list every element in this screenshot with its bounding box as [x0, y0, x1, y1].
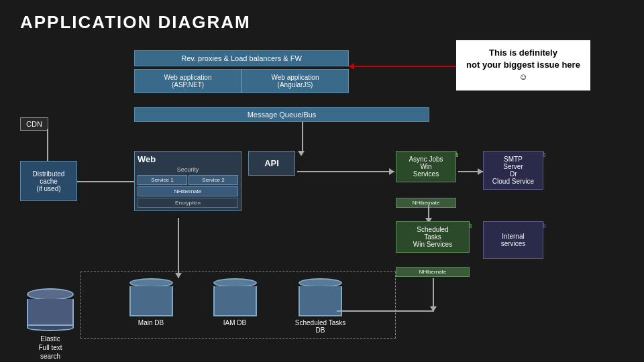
smtp-label: SMTPServerOrCloud Service	[492, 156, 534, 185]
sched-db-cylinder: Scheduled Tasks DB	[292, 278, 349, 334]
web-maindb-line	[178, 218, 179, 278]
mq-arrowhead	[298, 151, 305, 156]
iam-db-body	[213, 286, 257, 316]
main-db-body	[129, 286, 173, 316]
internal-services-box: Internalservices	[483, 221, 543, 259]
async-jobs-box: Async JobsWinServices	[396, 151, 456, 182]
api-async-arrowhead	[389, 168, 394, 175]
security-label: Security	[138, 166, 238, 173]
api-async-line	[297, 171, 394, 172]
cdn-label: CDN	[20, 117, 48, 131]
api-box: API	[248, 151, 295, 176]
web-box: Web Security Service 1 Service 2 NHibern…	[134, 151, 241, 211]
async-jobs-label: Async JobsWinServices	[409, 156, 443, 178]
smtp-box: SMTPServerOrCloud Service	[483, 151, 543, 190]
scheduled-tasks-label: ScheduledTasksWin Services	[413, 226, 452, 248]
main-db-label: Main DB	[138, 319, 164, 326]
service1-btn: Service 1	[138, 175, 187, 185]
nhibernate-sched-box: NHibernate	[396, 267, 470, 277]
distributed-cache-box: Distributedcache(if used)	[20, 161, 77, 201]
rev-proxies-box: Rev. proxies & Load balancers & FW	[134, 50, 349, 66]
sched-db-body	[299, 286, 342, 316]
callout-box: This is definitely not your biggest issu…	[456, 40, 590, 90]
web-app-aspnet: Web application(ASP.NET)	[134, 69, 241, 93]
async-smtp-arrowhead	[478, 168, 483, 175]
iam-db-cylinder: IAM DB	[208, 278, 262, 326]
callout-line1: This is definitely	[489, 48, 557, 58]
service-row: Service 1 Service 2	[138, 175, 238, 185]
web-maindb-arrowhead	[175, 273, 182, 278]
elastic-drum: ElasticFull textsearch	[23, 288, 77, 361]
page-title: APPLICATION DIAGRAM	[20, 12, 251, 33]
callout-line2: not your biggest issue here ☺	[466, 60, 580, 82]
async-smtp-line	[458, 171, 483, 172]
elastic-drum-body	[27, 299, 74, 326]
elastic-drum-bottom	[27, 324, 74, 331]
mq-line	[302, 122, 303, 152]
async-sched-line	[428, 204, 429, 223]
elastic-label: ElasticFull textsearch	[38, 335, 62, 361]
service2-btn: Service 2	[189, 175, 238, 185]
internal-services-label: Internalservices	[501, 233, 526, 247]
sched-db-line	[433, 278, 434, 312]
scheduled-tasks-box: ScheduledTasksWin Services	[396, 221, 470, 253]
dist-cache-label: Distributedcache(if used)	[33, 170, 65, 192]
sched-db-h-line	[337, 310, 433, 312]
iam-db-label: IAM DB	[223, 319, 246, 326]
nhibernate-async-box: NHibernate	[396, 198, 456, 208]
message-queue-box: Message Queue/Bus	[134, 107, 429, 122]
web-label: Web	[138, 154, 238, 164]
callout-arrow	[349, 66, 456, 67]
web-app-angularjs: Web application(AngularJS)	[241, 69, 349, 93]
sched-db-label: Scheduled Tasks DB	[292, 319, 349, 334]
main-db-cylinder: Main DB	[124, 278, 178, 326]
encryption-bar: Encryption	[138, 198, 238, 208]
nhibernate-bar-web: NHibernate	[138, 186, 238, 196]
web-apps-row: Web application(ASP.NET) Web application…	[134, 69, 349, 93]
callout-arrowhead	[349, 63, 354, 70]
